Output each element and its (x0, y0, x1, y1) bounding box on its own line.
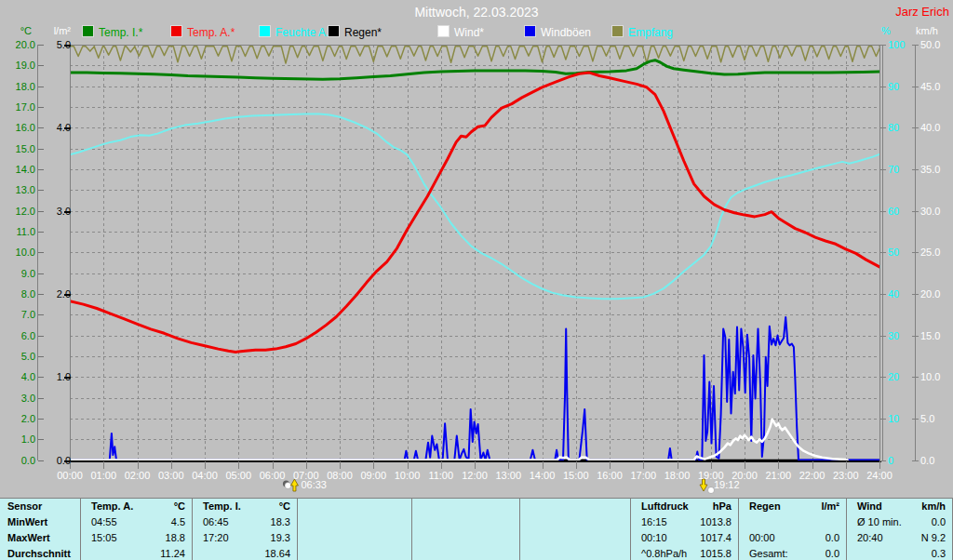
wind-axis-tick-label: 25.0 (920, 247, 950, 258)
table-col-unit: l/m² (821, 500, 846, 512)
rain-axis-tick-label: 3.0 (39, 207, 71, 217)
temp-axis-tick-label: 13.0 (2, 185, 35, 195)
table-row-label: MinWert (0, 514, 81, 530)
temp-axis-tick-label: 3.0 (2, 393, 35, 404)
legend-label: Regen* (344, 26, 382, 39)
time-axis-label: 16:00 (597, 471, 623, 481)
time-axis-label: 11:00 (428, 471, 453, 481)
wind-axis-tick-label: 10.0 (920, 372, 950, 382)
temp-axis-tick-label: 15.0 (2, 144, 35, 154)
table-cell: Gesamt:0.0 (739, 545, 847, 560)
time-axis-label: 01:00 (90, 471, 116, 481)
temp-axis-tick-label: 20.0 (2, 40, 35, 50)
temp-axis-tick-label: 17.0 (2, 102, 35, 113)
table-col-name: Wind (847, 500, 882, 512)
temp-axis-tick-label: 7.0 (2, 310, 35, 320)
table-col-name: Luftdruck (631, 500, 689, 512)
table-cell (298, 545, 412, 560)
time-axis-label: 13:00 (495, 471, 521, 481)
table-cell-value: 1015.8 (700, 548, 738, 559)
series-windb-en-line (70, 317, 879, 460)
time-axis-label: 14:00 (530, 471, 556, 481)
time-axis-label: 02:00 (125, 471, 151, 481)
time-axis-label: 15:00 (563, 471, 589, 481)
humidity-axis-tick-label: 20 (888, 372, 914, 382)
table-col-unit: °C (279, 500, 297, 512)
temp-axis-tick-label: 0.0 (2, 456, 35, 466)
temp-axis-tick-label: 19.0 (2, 60, 35, 71)
table-cell (520, 530, 631, 546)
wind-axis-tick-label: 0.0 (920, 456, 950, 466)
table-cell-value: N 9.2 (921, 532, 952, 543)
legend-color-swatch (611, 25, 624, 37)
table-cell: LuftdruckhPa (631, 499, 739, 514)
table-row-label: Durchschnitt (0, 545, 81, 560)
table-cell-time: 15:05 (81, 532, 117, 543)
time-axis-label: 22:00 (799, 471, 825, 481)
table-cell (520, 514, 631, 530)
table-cell-time: 16:15 (631, 516, 667, 527)
legend-item-wind: Wind* (437, 25, 484, 39)
sunrise-time-label: 06:33 (301, 479, 327, 490)
right-axis-unit-kmh: km/h (916, 26, 949, 36)
temp-axis-tick-label: 5.0 (2, 352, 35, 362)
temp-axis-tick-label: 1.0 (2, 434, 35, 445)
table-row-label: Sensor (0, 499, 81, 514)
legend-label: Temp. I.* (99, 26, 142, 39)
table-cell: 04:554.5 (81, 514, 193, 530)
table-cell-value: 0.0 (825, 548, 846, 559)
wind-axis-tick-label: 5.0 (920, 414, 950, 424)
temp-axis-tick-label: 4.0 (2, 372, 35, 382)
temp-axis-tick-label: 10.0 (2, 247, 35, 258)
time-axis-label: 00:00 (57, 471, 83, 481)
temp-axis-tick-label: 12.0 (2, 207, 35, 217)
time-axis-label: 09:00 (360, 471, 386, 481)
table-col-unit: hPa (713, 500, 738, 512)
humidity-axis-tick-label: 30 (888, 331, 914, 341)
table-cell: Temp. I.°C (193, 499, 298, 514)
legend-item-feuchte-a: Feuchte A.* (259, 25, 333, 39)
legend-color-swatch (82, 25, 94, 37)
time-axis-label: 24:00 (866, 471, 893, 481)
table-col-name: Regen (739, 500, 781, 512)
left-axis-unit-celsius: °C (2, 26, 32, 36)
table-cell-value: 1013.8 (700, 516, 738, 527)
table-cell (412, 499, 520, 514)
legend-item-temp-i: Temp. I.* (82, 25, 142, 39)
table-cell: Temp. A.°C (81, 499, 193, 514)
wind-axis-tick-label: 20.0 (920, 289, 950, 300)
legend-item-regen: Regen* (328, 25, 382, 39)
legend-color-swatch (259, 25, 271, 37)
temp-axis-tick-label: 14.0 (2, 165, 35, 175)
daily-stats-table: SensorTemp. A.°CTemp. I.°CLuftdruckhPaRe… (0, 498, 953, 560)
table-cell-value: 0.0 (932, 516, 952, 527)
wind-axis-tick-label: 40.0 (920, 123, 950, 133)
right-axis-unit-percent: % (881, 26, 900, 36)
sunset-time-label: 19:12 (714, 479, 740, 490)
rain-axis-tick-label: 5.0 (39, 40, 71, 50)
time-axis-label: 10:00 (395, 471, 421, 481)
legend-label: Temp. A.* (187, 26, 235, 39)
weather-station-app-window: Mittwoch, 22.03.2023 Jarz Erich Temp. I.… (0, 0, 953, 560)
table-cell: 16:151013.8 (631, 514, 739, 530)
table-cell (520, 545, 631, 560)
table-cell-value: 18.8 (166, 532, 192, 543)
table-cell: ^0.8hPa/h1015.8 (631, 545, 739, 560)
wind-axis-tick-label: 45.0 (920, 82, 950, 92)
table-cell: 00:000.0 (739, 530, 847, 546)
table-cell: Regenl/m² (739, 499, 847, 514)
time-axis-label: 06:00 (260, 471, 286, 481)
legend-color-swatch (437, 25, 450, 37)
table-row-label: MaxWert (0, 530, 81, 546)
series-empfang-line (70, 47, 880, 63)
table-col-unit: km/h (921, 500, 952, 512)
legend-item-windböen: Windböen (524, 25, 591, 39)
table-cell-value: 11.24 (160, 548, 192, 559)
humidity-axis-tick-label: 50 (888, 247, 914, 258)
legend-label: Empfang (628, 26, 673, 39)
table-cell-time: ^0.8hPa/h (631, 548, 687, 559)
legend-color-swatch (524, 25, 536, 37)
table-cell (412, 530, 520, 546)
wind-axis-tick-label: 30.0 (920, 207, 950, 217)
table-cell (298, 530, 412, 546)
